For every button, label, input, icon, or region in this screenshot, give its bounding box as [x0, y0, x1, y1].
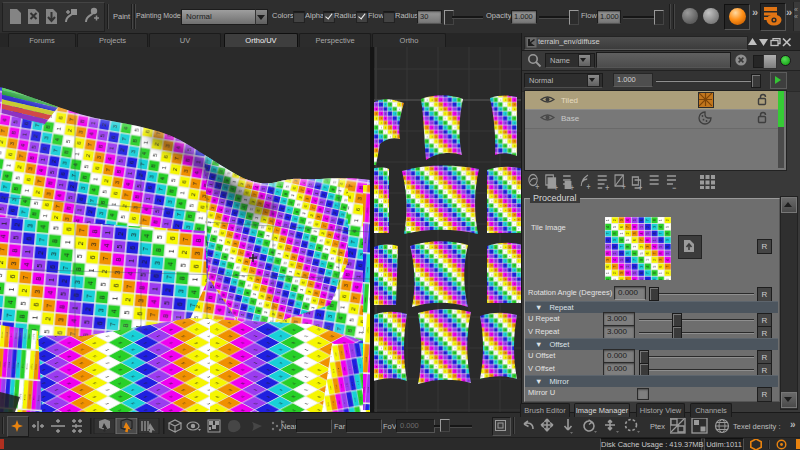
svg-text:+: +	[638, 183, 642, 192]
svg-text:+: +	[586, 182, 590, 192]
svg-text:+: +	[535, 182, 539, 192]
svg-text:+: +	[570, 183, 574, 192]
svg-text:+: +	[605, 183, 609, 192]
svg-text:+: +	[554, 183, 558, 192]
svg-text:−: −	[672, 183, 676, 192]
svg-text:+: +	[622, 182, 626, 192]
